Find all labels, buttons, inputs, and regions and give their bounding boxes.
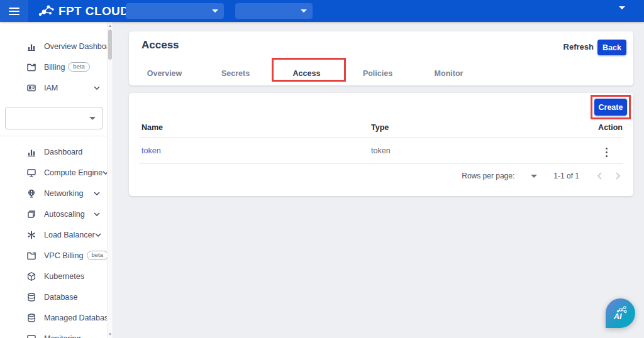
create-button[interactable]: Create (594, 99, 627, 116)
database-icon (26, 313, 36, 323)
sidebar-item-label: Kubernetes (44, 272, 84, 281)
sidebar-item-compute-engine[interactable]: Compute Engine (0, 162, 108, 183)
sidebar-item-dashboard[interactable]: Dashboard (0, 141, 108, 162)
bar-chart-icon (26, 147, 36, 157)
sidebar-item-label: Billing (44, 63, 65, 72)
sidebar-item-label: Networking (44, 189, 84, 198)
tab-access[interactable]: Access (271, 62, 342, 85)
table-header-row: Name Type Action (129, 118, 633, 137)
row-actions-menu-button[interactable] (602, 145, 612, 160)
column-header-type: Type (371, 123, 585, 132)
chevron-down-icon (94, 212, 100, 216)
rows-per-page-select[interactable] (531, 175, 537, 178)
page-title: Access (142, 39, 179, 52)
bar-chart-icon (26, 41, 36, 52)
rows-per-page-label: Rows per page: (462, 172, 514, 180)
pagination-bar: Rows per page: 1-1 of 1 (129, 163, 633, 188)
hamburger-icon (9, 8, 19, 15)
next-page-button[interactable] (616, 172, 621, 180)
menu-toggle-button[interactable] (0, 0, 28, 22)
tab-secrets[interactable]: Secrets (200, 62, 271, 85)
ai-label: AI (613, 312, 622, 321)
chevron-down-icon (301, 9, 307, 13)
chevron-down-icon (619, 6, 625, 20)
back-button[interactable]: Back (597, 40, 626, 55)
sidebar-item-billing[interactable]: Billing beta (0, 57, 108, 77)
column-header-action: Action (585, 123, 623, 132)
page-header-card: Access Refresh Back Overview Secrets Acc… (129, 31, 633, 85)
sidebar-item-label: Overview Dashboard (44, 42, 113, 51)
sidebar-item-overview-dashboard[interactable]: Overview Dashboard (0, 36, 108, 57)
scroll-up-icon[interactable]: ▲ (108, 24, 113, 28)
brand-name: FPT CLOUD (58, 4, 129, 18)
sidebar-item-label: Dashboard (44, 148, 82, 156)
sidebar-item-autoscaling[interactable]: Autoscaling (0, 204, 108, 224)
sidebar-item-label: VPC Billing (44, 251, 84, 260)
sidebar: Overview Dashboard Billing beta IAM (0, 22, 113, 338)
token-type-value: token (371, 146, 391, 155)
sidebar-item-label: Compute Engine (44, 168, 103, 177)
sidebar-item-vpc-billing[interactable]: VPC Billing beta (0, 245, 108, 266)
network-globe-icon (26, 188, 36, 199)
chevron-down-icon (531, 175, 537, 178)
sidebar-item-label: Load Balancer (44, 231, 95, 239)
chevron-down-icon (95, 233, 101, 237)
billing-folder-icon (26, 251, 36, 261)
chevron-down-icon (94, 192, 100, 195)
chevron-down-icon (94, 86, 100, 90)
sidebar-item-iam[interactable]: IAM (0, 77, 108, 98)
sidebar-divider (0, 136, 108, 136)
monitor-icon (26, 334, 36, 338)
chevron-down-icon (212, 9, 218, 13)
id-card-icon (26, 83, 36, 93)
sidebar-item-label: Autoscaling (44, 210, 85, 219)
beta-badge: beta (68, 62, 90, 72)
tab-overview[interactable]: Overview (129, 62, 200, 85)
account-menu-button[interactable] (619, 9, 625, 21)
ai-assistant-button[interactable]: AI (606, 298, 635, 328)
vpc-select[interactable] (5, 107, 103, 129)
chevron-right-icon (616, 172, 621, 180)
brand-logo: FPT CLOUD (38, 0, 129, 22)
billing-folder-icon (26, 62, 36, 72)
tab-policies[interactable]: Policies (342, 62, 413, 85)
tab-bar: Overview Secrets Access Policies Monitor (129, 62, 484, 85)
sidebar-item-load-balancer[interactable]: Load Balancer (0, 224, 108, 245)
top-navbar: FPT CLOUD (0, 0, 644, 22)
fpt-molecule-icon (38, 4, 55, 19)
sidebar-item-managed-database[interactable]: Managed Database beta (0, 307, 108, 328)
region-select[interactable] (235, 3, 313, 19)
sidebar-scrollbar[interactable]: ▲ ▼ (107, 22, 113, 338)
previous-page-button[interactable] (597, 172, 602, 180)
load-balancer-icon (26, 230, 36, 240)
refresh-button[interactable]: Refresh (564, 42, 594, 52)
app-window: FPT CLOUD Overview Dashboard (0, 0, 644, 338)
beta-badge: beta (87, 251, 109, 260)
sidebar-item-label: IAM (44, 84, 58, 92)
column-header-name: Name (142, 123, 371, 132)
database-icon (26, 292, 36, 302)
sidebar-item-database[interactable]: Database (0, 286, 108, 307)
sidebar-item-label: Database (44, 293, 78, 302)
main-content: Access Refresh Back Overview Secrets Acc… (113, 22, 644, 338)
ai-molecule-icon: AI (611, 303, 631, 324)
chevron-down-icon (89, 117, 96, 120)
sidebar-item-kubernetes[interactable]: Kubernetes (0, 266, 108, 286)
access-table-card: Create Name Type Action token token Rows… (129, 93, 633, 196)
layers-icon (26, 209, 36, 219)
tab-monitor[interactable]: Monitor (413, 62, 484, 85)
sidebar-item-label: Monitoring (44, 334, 80, 338)
sidebar-item-label: Managed Database (44, 313, 113, 322)
scrollbar-thumb[interactable] (108, 30, 112, 60)
sidebar-item-networking[interactable]: Networking (0, 183, 108, 204)
scroll-down-icon[interactable]: ▼ (108, 332, 113, 336)
sidebar-item-monitoring[interactable]: Monitoring (0, 328, 108, 338)
cube-icon (26, 271, 36, 281)
project-select[interactable] (126, 3, 224, 19)
token-name-link[interactable]: token (142, 146, 161, 155)
monitor-icon (26, 168, 36, 178)
chevron-left-icon (597, 172, 602, 180)
pagination-range: 1-1 of 1 (553, 172, 579, 180)
table-row: token token (129, 137, 633, 163)
